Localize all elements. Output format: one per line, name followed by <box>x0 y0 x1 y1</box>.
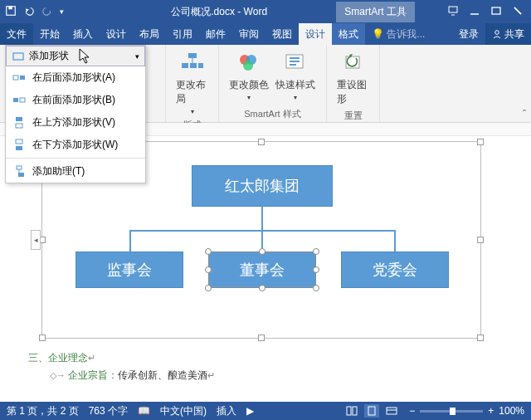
node-handle[interactable] <box>259 248 266 255</box>
change-layout-button[interactable]: 更改布局▾ <box>173 48 212 117</box>
add-shape-above[interactable]: 在上方添加形状(V) <box>6 111 145 134</box>
read-mode-icon[interactable] <box>344 404 359 418</box>
org-node-child-selected[interactable]: 董事会 <box>208 252 316 288</box>
tab-mailings[interactable]: 邮件 <box>199 23 232 45</box>
svg-rect-11 <box>198 63 203 68</box>
web-layout-icon[interactable] <box>384 404 399 418</box>
svg-rect-1 <box>8 6 12 9</box>
reset-icon <box>340 50 367 76</box>
tab-review[interactable]: 审阅 <box>232 23 266 45</box>
add-assistant[interactable]: 添加助理(T) <box>6 160 145 183</box>
svg-point-15 <box>243 61 253 71</box>
print-layout-icon[interactable] <box>364 404 379 418</box>
org-node-child[interactable]: 监事会 <box>76 252 183 288</box>
add-shape-after[interactable]: 在后面添加形状(A) <box>6 66 145 89</box>
tell-me[interactable]: 💡 告诉我... <box>365 27 431 42</box>
add-before-icon <box>12 94 26 107</box>
svg-rect-32 <box>368 407 375 415</box>
quick-style-icon <box>282 50 309 76</box>
node-handle[interactable] <box>205 248 212 255</box>
maximize-icon[interactable] <box>491 6 501 18</box>
tab-home[interactable]: 开始 <box>33 23 66 45</box>
context-tab-label: SmartArt 工具 <box>336 2 415 22</box>
svg-rect-24 <box>16 124 22 128</box>
add-above-icon <box>12 116 26 129</box>
connector <box>261 207 263 232</box>
node-handle[interactable] <box>205 285 212 291</box>
change-color-icon <box>236 50 262 76</box>
share-button[interactable]: 共享 <box>485 23 531 45</box>
login-button[interactable]: 登录 <box>452 27 485 42</box>
svg-rect-31 <box>353 407 357 415</box>
tab-layout[interactable]: 布局 <box>133 23 166 45</box>
tab-smartart-format[interactable]: 格式 <box>332 23 365 45</box>
svg-rect-10 <box>190 63 197 68</box>
status-words[interactable]: 763 个字 <box>89 404 128 418</box>
svg-rect-25 <box>16 139 22 144</box>
svg-rect-23 <box>16 117 22 121</box>
tab-insert[interactable]: 插入 <box>66 23 100 45</box>
zoom-in-button[interactable]: + <box>488 405 494 417</box>
close-icon[interactable] <box>513 6 523 18</box>
zoom-control: − + 100% <box>409 405 524 417</box>
add-shape-before[interactable]: 在前面添加形状(B) <box>6 89 145 111</box>
window-title: 公司概况.docx - Word <box>69 5 336 19</box>
ribbon-group-styles: 更改颜色▾ 快速样式▾ SmartArt 样式 <box>219 45 327 122</box>
collapse-ribbon-icon[interactable]: ˆ <box>523 109 526 120</box>
minimize-icon[interactable] <box>470 6 480 18</box>
add-shape-header[interactable]: 添加形状 ▾ <box>6 46 145 66</box>
tab-smartart-design[interactable]: 设计 <box>299 23 332 45</box>
redo-icon[interactable] <box>41 5 53 19</box>
connector <box>394 230 396 252</box>
zoom-level[interactable]: 100% <box>499 405 524 417</box>
tab-references[interactable]: 引用 <box>166 23 199 45</box>
svg-rect-27 <box>17 166 22 169</box>
change-layout-icon <box>179 50 206 76</box>
add-after-icon <box>12 71 26 85</box>
section-body: ◇→ 企业宗旨：传承创新、酿造美酒↵ <box>50 369 215 383</box>
org-node-root[interactable]: 红太郎集团 <box>192 165 333 207</box>
menu-bar: 文件 开始 插入 设计 布局 引用 邮件 审阅 视图 设计 格式 💡 告诉我..… <box>0 23 531 45</box>
node-handle[interactable] <box>313 248 319 255</box>
change-color-button[interactable]: 更改颜色▾ <box>226 48 272 103</box>
status-page[interactable]: 第 1 页，共 2 页 <box>7 404 79 418</box>
undo-icon[interactable] <box>23 5 35 19</box>
ribbon-group-layout: 更改布局▾ 版式 <box>166 45 219 122</box>
save-icon[interactable] <box>5 5 17 19</box>
node-handle[interactable] <box>259 285 266 291</box>
org-node-child[interactable]: 党委会 <box>341 252 449 288</box>
qat-more-icon[interactable]: ▾ <box>60 7 64 16</box>
zoom-out-button[interactable]: − <box>409 405 415 417</box>
section-heading: 三、企业理念↵ <box>28 350 95 365</box>
tab-view[interactable]: 视图 <box>266 23 299 45</box>
tab-file[interactable]: 文件 <box>0 23 33 45</box>
ribbon-options-icon[interactable] <box>448 6 458 18</box>
svg-rect-30 <box>347 407 351 415</box>
node-handle[interactable] <box>313 285 319 291</box>
tab-design[interactable]: 设计 <box>100 23 133 45</box>
quick-access-toolbar: ▾ <box>0 5 69 19</box>
view-buttons <box>344 404 399 418</box>
add-shape-icon <box>12 50 25 63</box>
status-bar: 第 1 页，共 2 页 763 个字 📖 中文(中国) 插入 ▶ − + 100… <box>0 402 531 420</box>
node-handle[interactable] <box>313 266 319 273</box>
svg-rect-19 <box>13 76 18 80</box>
window-controls <box>440 6 531 18</box>
text-pane-toggle[interactable]: ◂ <box>31 230 41 250</box>
add-shape-below[interactable]: 在下方添加形状(W) <box>6 134 145 156</box>
svg-rect-33 <box>387 408 397 414</box>
svg-rect-8 <box>188 53 197 58</box>
connector <box>129 230 131 252</box>
svg-rect-2 <box>449 7 457 12</box>
reset-button[interactable]: 重设图形 <box>334 48 373 108</box>
add-below-icon <box>12 139 26 152</box>
status-mode[interactable]: 插入 <box>217 404 236 418</box>
quick-style-button[interactable]: 快速样式▾ <box>272 48 319 103</box>
node-handle[interactable] <box>205 266 212 273</box>
status-macro-icon[interactable]: ▶ <box>246 405 254 417</box>
status-language[interactable]: 中文(中国) <box>160 404 207 418</box>
svg-point-7 <box>495 31 499 35</box>
zoom-slider[interactable] <box>420 410 483 413</box>
svg-rect-18 <box>13 53 23 60</box>
status-proofing-icon[interactable]: 📖 <box>138 405 150 417</box>
